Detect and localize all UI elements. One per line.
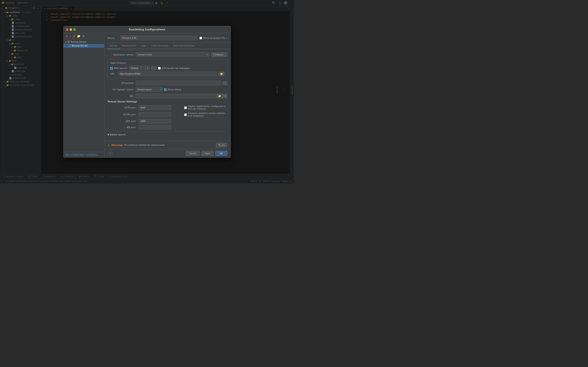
https-port-input[interactable] [139, 112, 171, 117]
name-label: Name: [108, 37, 118, 39]
tomcat-instance-item[interactable]: 🐱 Tomcat 9.0.60 [63, 44, 104, 48]
modal-overlay: Run/Debug Configurations + − ⎘ 📁 ⇅ ▼ 🐱 T… [0, 0, 294, 184]
name-input[interactable] [120, 36, 197, 40]
jre-label: JRE: [108, 95, 134, 98]
warning-bar: ⚠ Warning: No artifacts marked for deplo… [104, 141, 231, 149]
config-content: Application server: Tomcat 9.0.60 Config… [104, 49, 231, 141]
before-launch-section: ▼ Before launch [108, 131, 227, 136]
tomcat-settings-section: Tomcat Server Settings HTTP port: Deploy… [108, 100, 227, 129]
on-update-select[interactable]: Restart server [136, 87, 162, 92]
before-launch-title: Before launch [110, 133, 126, 136]
browser-row: After launch Default ... with JavaScript [110, 66, 225, 70]
http-port-input[interactable] [139, 105, 171, 110]
app-server-select[interactable]: Tomcat 9.0.60 [136, 52, 209, 57]
browser-dots-button[interactable]: ... [151, 66, 156, 70]
app-server-select-wrapper: Tomcat 9.0.60 [136, 52, 209, 57]
open-browser-title: Open browser [110, 62, 225, 64]
on-update-row: On 'Update' action: Restart server Show … [108, 87, 227, 92]
deploy-apps-checkbox[interactable] [184, 106, 187, 109]
jre-folder-btn[interactable]: 📁 [217, 94, 222, 98]
jmx-port-input[interactable] [139, 119, 171, 123]
warning-text: Warning: No artifacts marked for deploym… [112, 144, 215, 146]
js-debugger-checkbox[interactable] [158, 67, 161, 69]
help-button[interactable]: ? [108, 151, 112, 156]
apply-button[interactable]: Apply [201, 151, 214, 156]
app-server-label: Application server: [108, 53, 134, 56]
modal-body: + − ⎘ 📁 ⇅ ▼ 🐱 Tomcat Server 🐱 Tomcat 9.0… [63, 33, 231, 157]
tomcat-instance-icon: 🐱 [68, 44, 71, 47]
store-project-row: Store as project file ℹ [199, 37, 227, 39]
warning-bold: Warning: [112, 144, 123, 146]
preserve-sessions-label: Preserve sessions across restarts and re… [188, 112, 227, 117]
add-config-btn[interactable]: + [65, 34, 68, 38]
warning-icon: ⚠ [108, 143, 110, 147]
tomcat-settings-title: Tomcat Server Settings [108, 100, 227, 103]
traffic-lights [66, 28, 76, 31]
close-window-btn[interactable] [66, 28, 68, 31]
fix-icon: 🔧 [218, 144, 221, 146]
cancel-button[interactable]: Cancel [186, 151, 199, 156]
configure-button[interactable]: Configure... [211, 52, 227, 57]
app-server-row: Application server: Tomcat 9.0.60 Config… [108, 52, 227, 57]
jre-input-wrapper: 📁 ▼ [136, 94, 227, 98]
jre-input[interactable] [136, 94, 227, 98]
port-grid: HTTP port: Deploy applications configure… [108, 105, 227, 129]
ajp-port-input[interactable] [139, 125, 171, 129]
remove-config-btn[interactable]: − [69, 34, 72, 38]
minimize-window-btn[interactable] [70, 28, 72, 31]
deploy-apps-label: Deploy applications configured in Tomcat… [188, 105, 227, 110]
modal-left-panel: + − ⎘ 📁 ⇅ ▼ 🐱 Tomcat Server 🐱 Tomcat 9.0… [63, 33, 104, 157]
before-launch-arrow: ▼ [108, 133, 109, 136]
url-row: URL: 📁 [110, 72, 225, 76]
vm-expand-button[interactable]: ⤢ [223, 81, 227, 85]
tomcat-server-folder[interactable]: ▼ 🐱 Tomcat Server [63, 40, 104, 44]
sort-config-btn[interactable]: ⇅ [82, 34, 86, 38]
modal-right-panel: Name: Store as project file ℹ Server Dep… [104, 33, 231, 157]
vm-options-input[interactable] [136, 81, 221, 85]
tab-code-coverage[interactable]: Code Coverage [149, 43, 171, 49]
after-launch-label: After launch [114, 67, 128, 69]
tomcat-folder-expand: ▼ [65, 41, 67, 43]
modal-left-toolbar: + − ⎘ 📁 ⇅ [63, 33, 104, 39]
ajp-port-label: AJP port: [108, 126, 136, 129]
store-help-icon: ℹ [226, 37, 227, 39]
url-folder-button[interactable]: 📁 [218, 72, 225, 76]
name-row: Name: Store as project file ℹ [104, 33, 231, 43]
before-launch-header[interactable]: ▼ Before launch [108, 133, 227, 136]
open-browser-section: Open browser After launch Default [108, 59, 227, 78]
warning-message: No artifacts marked for deployment [124, 144, 164, 146]
copy-config-btn[interactable]: ⎘ [72, 34, 76, 38]
jre-dropdown-btn[interactable]: ▼ [222, 94, 227, 98]
browser-select-wrapper: Default [129, 66, 150, 70]
fix-label: Fix [222, 144, 225, 146]
tab-startup-connection[interactable]: Startup/Connection [171, 43, 198, 49]
move-config-btn[interactable]: 📁 [76, 34, 81, 38]
modal-title: Run/Debug Configurations [129, 28, 165, 31]
url-input[interactable] [118, 72, 217, 76]
config-tabs: Server Deployment Logs Code Coverage Sta… [104, 43, 231, 49]
modal-titlebar: Run/Debug Configurations [63, 26, 231, 33]
store-project-label: Store as project file [203, 37, 225, 39]
store-project-checkbox[interactable] [199, 37, 202, 39]
deploy-apps-row: Deploy applications configured in Tomcat… [184, 105, 227, 110]
maximize-window-btn[interactable] [73, 28, 76, 31]
after-launch-checkbox[interactable] [110, 67, 113, 69]
tomcat-instance-label: Tomcat 9.0.60 [71, 44, 87, 47]
tab-logs[interactable]: Logs [138, 43, 148, 49]
fix-button[interactable]: 🔧 Fix [216, 143, 227, 147]
tab-deployment[interactable]: Deployment [120, 43, 138, 49]
preserve-sessions-checkbox[interactable] [184, 113, 187, 116]
js-debugger-checkbox-row: with JavaScript debugger [158, 67, 190, 69]
browser-select[interactable]: Default [129, 66, 150, 70]
jre-row: JRE: 📁 ▼ [108, 94, 227, 98]
preserve-sessions-row: Preserve sessions across restarts and re… [184, 112, 227, 117]
jmx-port-label: JMX port: [108, 120, 136, 123]
show-dialog-checkbox[interactable] [164, 88, 167, 91]
footer-buttons: Cancel Apply OK [186, 151, 227, 156]
ok-button[interactable]: OK [215, 151, 227, 156]
tab-server[interactable]: Server [108, 43, 120, 49]
jre-buttons: 📁 ▼ [217, 94, 227, 98]
modal-left-footer: Edit configuration templates... [63, 152, 104, 157]
tomcat-folder-label: Tomcat Server [70, 41, 86, 43]
edit-templates-link[interactable]: Edit configuration templates... [65, 154, 99, 156]
